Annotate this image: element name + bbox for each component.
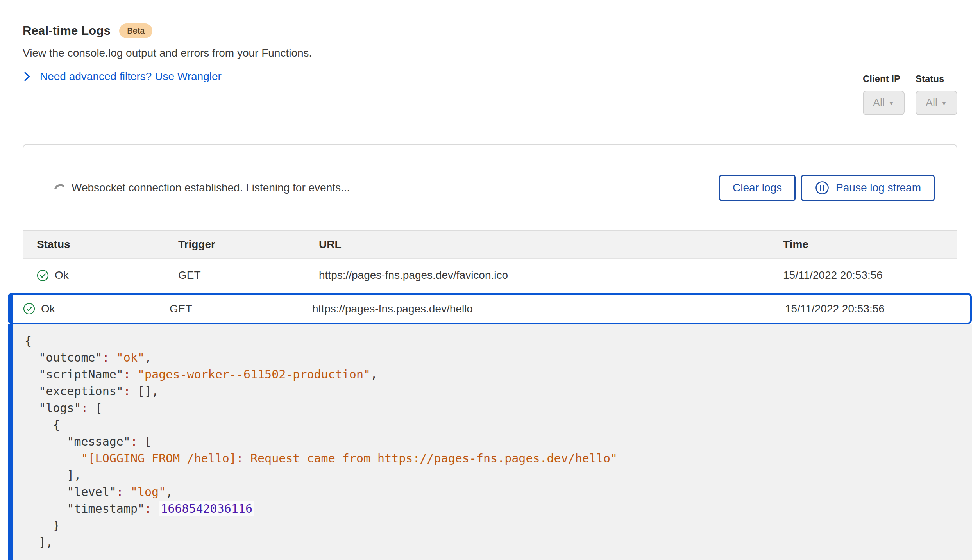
pause-log-stream-label: Pause log stream xyxy=(836,182,921,194)
row-status-cell: Ok xyxy=(37,269,178,282)
row-status-text: Ok xyxy=(41,303,55,315)
clear-logs-label: Clear logs xyxy=(733,182,782,194)
chevron-right-icon xyxy=(23,71,31,82)
status-label: Status xyxy=(916,73,957,84)
column-header-status: Status xyxy=(37,238,178,251)
column-header-trigger: Trigger xyxy=(178,238,319,251)
status-select[interactable]: All ▼ xyxy=(916,91,957,115)
log-toolbar: Websocket connection established. Listen… xyxy=(23,145,957,230)
log-panel: Websocket connection established. Listen… xyxy=(23,144,957,292)
pause-circle-icon xyxy=(815,180,830,195)
status-value: All xyxy=(926,97,937,109)
client-ip-select[interactable]: All ▼ xyxy=(863,91,905,115)
row-trigger: GET xyxy=(178,269,319,282)
toolbar-buttons: Clear logs Pause log stream xyxy=(719,175,935,201)
filter-client-ip: Client IP All ▼ xyxy=(863,73,905,115)
column-header-url: URL xyxy=(319,238,783,251)
caret-down-icon: ▼ xyxy=(941,100,947,107)
log-table-row[interactable]: Ok GET https://pages-fns.pages.dev/favic… xyxy=(23,259,957,292)
row-trigger: GET xyxy=(170,303,312,315)
json-code-block: { "outcome": "ok", "scriptName": "pages-… xyxy=(25,332,972,551)
check-circle-icon xyxy=(37,269,49,282)
log-detail-json: { "outcome": "ok", "scriptName": "pages-… xyxy=(8,324,972,560)
spinner-icon xyxy=(54,181,64,194)
page-title: Real-time Logs xyxy=(23,24,111,38)
websocket-status: Websocket connection established. Listen… xyxy=(54,181,350,194)
row-url: https://pages-fns.pages.dev/hello xyxy=(312,303,785,315)
beta-badge: Beta xyxy=(119,23,152,38)
log-table-header: Status Trigger URL Time xyxy=(23,230,957,259)
row-status-text: Ok xyxy=(55,269,69,282)
caret-down-icon: ▼ xyxy=(888,100,894,107)
log-filters: Client IP All ▼ Status All ▼ xyxy=(863,73,957,115)
log-table-row-expanded[interactable]: Ok GET https://pages-fns.pages.dev/hello… xyxy=(8,293,972,324)
page-subtitle: View the console.log output and errors f… xyxy=(23,47,957,59)
filter-status: Status All ▼ xyxy=(916,73,957,115)
clear-logs-button[interactable]: Clear logs xyxy=(719,175,796,201)
expanded-log-entry: Ok GET https://pages-fns.pages.dev/hello… xyxy=(8,293,972,560)
column-header-time: Time xyxy=(783,238,957,251)
client-ip-value: All xyxy=(873,97,885,109)
row-time: 15/11/2022 20:53:56 xyxy=(785,303,970,315)
websocket-status-text: Websocket connection established. Listen… xyxy=(72,182,350,194)
row-time: 15/11/2022 20:53:56 xyxy=(783,269,957,282)
client-ip-label: Client IP xyxy=(863,73,905,84)
row-status-cell: Ok xyxy=(23,303,170,315)
row-url: https://pages-fns.pages.dev/favicon.ico xyxy=(319,269,783,282)
check-circle-icon xyxy=(23,303,35,315)
realtime-logs-page: Real-time Logs Beta View the console.log… xyxy=(0,0,980,560)
wrangler-link-row[interactable]: Need advanced filters? Use Wrangler xyxy=(23,70,957,83)
wrangler-link[interactable]: Need advanced filters? Use Wrangler xyxy=(40,70,222,83)
pause-log-stream-button[interactable]: Pause log stream xyxy=(801,175,935,201)
page-header: Real-time Logs Beta xyxy=(23,23,957,38)
